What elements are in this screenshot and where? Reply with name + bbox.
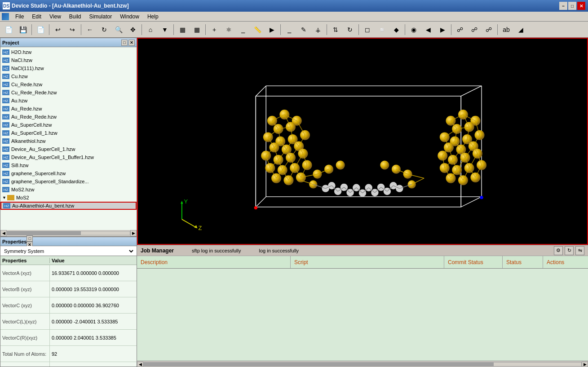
properties-dropdown[interactable]: Symmetry System (0, 246, 137, 256)
properties-restore-button[interactable]: □ (27, 235, 33, 242)
toolbar-pan[interactable]: ✥ (126, 23, 140, 36)
maximize-button[interactable]: □ (568, 2, 576, 10)
project-item-8[interactable]: HZ Au_Rede_Rede.hzw (0, 113, 137, 121)
project-item-14[interactable]: HZ Si8.hzw (0, 161, 137, 169)
project-item-18[interactable]: ▼ MoS2 (0, 194, 137, 202)
prop-value-0: 16.933671 0.000000 0.000000 (50, 269, 137, 278)
project-item-3[interactable]: HZ Cu.hzw (0, 72, 137, 80)
project-item-11[interactable]: HZ Alkanethiol.hzw (0, 137, 137, 145)
scroll-right-btn[interactable]: ▶ (130, 230, 137, 236)
toolbar-lasso[interactable]: ⚶ (311, 23, 325, 36)
jt-col-status: Status (503, 256, 543, 268)
toolbar-cell[interactable]: ◻ (361, 23, 374, 36)
project-item-13[interactable]: HZ Device_Au_SuperCell_1_Buffer1.hzw (0, 153, 137, 161)
toolbar-chain[interactable]: ⎯ (283, 23, 296, 36)
menu-file[interactable]: File (12, 13, 27, 21)
toolbar-right[interactable]: ▶ (436, 23, 449, 36)
job-refresh-button[interactable]: ↻ (565, 246, 574, 255)
job-scrollbar-x[interactable]: ◀ ▶ (137, 361, 588, 367)
prop-row-2: VectorC (xyz) 0.000000 0.000000 36.90276… (0, 297, 137, 314)
project-item-5[interactable]: HZ Cu_Rede_Rede.hzw (0, 88, 137, 97)
toolbar-sym[interactable]: ◆ (389, 23, 403, 36)
toolbar-more[interactable]: ◢ (514, 23, 527, 36)
project-restore-button[interactable]: □ (121, 40, 128, 46)
menu-build[interactable]: Build (66, 13, 85, 21)
project-item-2[interactable]: HZ NaCl(111).hzw (0, 64, 137, 72)
menu-view[interactable]: View (46, 13, 65, 21)
toolbar-home[interactable]: ⌂ (144, 23, 157, 36)
job-settings-button[interactable]: ⚙ (554, 246, 563, 255)
job-sync-button[interactable]: ⇋ (575, 246, 584, 255)
scrollbar-thumb-x[interactable] (7, 231, 81, 235)
project-item-7[interactable]: HZ Au_Rede.hzw (0, 105, 137, 113)
project-item-19[interactable]: HZ Au-Alkanethiol-Au_bent.hzw (0, 202, 137, 210)
job-manager-status1: sftp log in successfully (192, 248, 241, 253)
toolbar-link[interactable]: ☍ (453, 23, 467, 36)
toolbar-net[interactable]: ☍ (468, 23, 481, 36)
job-scroll-right-btn[interactable]: ▶ (582, 362, 588, 367)
project-item-0[interactable]: HZ H2O.hzw (0, 48, 137, 56)
toolbar-bond[interactable]: ⎯ (236, 23, 250, 36)
minimize-button[interactable]: – (559, 2, 567, 10)
toolbar-undo[interactable]: ↩ (51, 23, 65, 36)
toolbar-measure[interactable]: 📏 (251, 23, 264, 36)
project-item-label-13: Device_Au_SuperCell_1_Buffer1.hzw (11, 155, 94, 160)
toolbar-redo[interactable]: ↪ (66, 23, 79, 36)
job-scroll-left-btn[interactable]: ◀ (137, 362, 143, 367)
close-button[interactable]: ✕ (577, 2, 585, 10)
toolbar-device[interactable]: ◉ (407, 23, 420, 36)
bottom-area: Job Manager sftp log in successfully log… (137, 245, 588, 367)
project-item-10[interactable]: HZ Au_SuperCell_1.hzw (0, 129, 137, 137)
project-item-1[interactable]: HZ NaCl.hzw (0, 56, 137, 64)
toolbar-text[interactable]: ab (500, 23, 513, 36)
toolbar-grid2[interactable]: ▦ (190, 23, 203, 36)
project-item-label-19: Au-Alkanethiol-Au_bent.hzw (12, 203, 74, 208)
menu-edit[interactable]: Edit (28, 13, 45, 21)
viewport[interactable]: Y Z (137, 38, 588, 245)
toolbar-select2[interactable]: ▶ (265, 23, 279, 36)
project-item-4[interactable]: HZ Cu_Rede.hzw (0, 80, 137, 88)
project-item-label-10: Au_SuperCell_1.hzw (11, 130, 57, 136)
toolbar-mirror[interactable]: ⇅ (329, 23, 342, 36)
toolbar-select[interactable]: ← (83, 23, 97, 36)
toolbar-new[interactable]: 📄 (2, 23, 15, 36)
prop-value-5: 92 (50, 349, 137, 358)
toolbar-supercell[interactable]: ◽ (375, 23, 389, 36)
prop-row-0: VectorA (xyz) 16.933671 0.000000 0.00000… (0, 265, 137, 281)
job-scrollbar-thumb[interactable] (144, 363, 494, 366)
project-close-button[interactable]: ✕ (128, 40, 135, 46)
job-table-header: Description Script Commit Status Status … (137, 256, 588, 269)
toolbar-rotate[interactable]: ↻ (97, 23, 111, 36)
toolbar-rotate2[interactable]: ↻ (343, 23, 357, 36)
project-panel: Project □ ✕ HZ H2O.hzw HZ NaCl.hzw HZ Na… (0, 38, 137, 237)
toolbar-left[interactable]: ◀ (421, 23, 435, 36)
menu-simulator[interactable]: Simulator (86, 13, 116, 21)
project-item-16[interactable]: HZ graphene_Supercell_Standardize... (0, 177, 137, 186)
menu-window[interactable]: Window (116, 13, 143, 21)
scroll-left-btn[interactable]: ◀ (0, 230, 7, 236)
project-scrollbar-x[interactable]: ◀ ▶ (0, 230, 137, 236)
project-item-label-18: MoS2 (16, 195, 29, 200)
toolbar-zoom[interactable]: 🔍 (112, 23, 125, 36)
project-item-12[interactable]: HZ Device_Au_SuperCell_1.hzw (0, 145, 137, 153)
file-icon-4: HZ (2, 82, 9, 87)
toolbar-home-drop[interactable]: ▼ (158, 23, 172, 36)
menu-help[interactable]: Help (144, 13, 162, 21)
project-item-label-6: Au.hzw (11, 98, 27, 103)
toolbar-sep9 (358, 24, 359, 35)
toolbar-connect[interactable]: ☍ (482, 23, 495, 36)
project-item-label-2: NaCl(111).hzw (11, 66, 44, 71)
project-item-9[interactable]: HZ Au_SuperCell.hzw (0, 121, 137, 129)
toolbar-edit2[interactable]: ✎ (297, 23, 310, 36)
project-item-6[interactable]: HZ Au.hzw (0, 97, 137, 105)
app-icon: DS (3, 2, 10, 9)
project-item-15[interactable]: HZ graphene_Supercell.hzw (0, 169, 137, 177)
toolbar-grid1[interactable]: ▦ (176, 23, 189, 36)
project-item-17[interactable]: HZ MoS2.hzw (0, 186, 137, 194)
properties-system-select[interactable]: Symmetry System (2, 248, 135, 254)
toolbar-add-atom[interactable]: + (208, 23, 221, 36)
toolbar-file[interactable]: 📄 (34, 23, 47, 36)
toolbar-add-mol[interactable]: ⚛ (222, 23, 235, 36)
project-list[interactable]: HZ H2O.hzw HZ NaCl.hzw HZ NaCl(111).hzw … (0, 47, 137, 230)
toolbar-save[interactable]: 💾 (16, 23, 30, 36)
